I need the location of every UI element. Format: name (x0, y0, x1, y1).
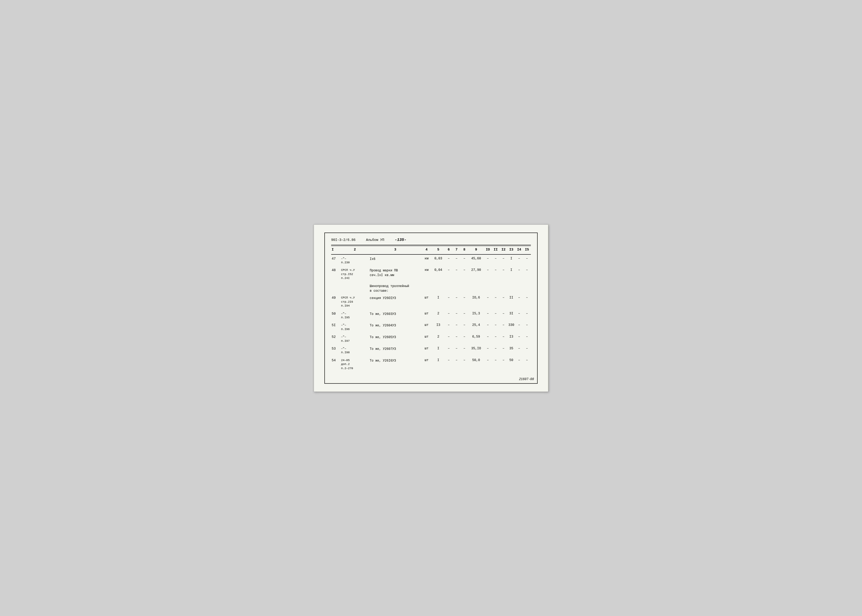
unit-51: шт (422, 323, 432, 327)
col9-51: 25,4 (468, 323, 484, 327)
col15-51: – (523, 323, 531, 327)
col-divider (331, 254, 531, 255)
col9-49: IO,6 (468, 296, 484, 300)
unit-47: км (422, 257, 432, 261)
table-row: 53 –"–п.I98 То же, У2607УЗ шт I – – – 35… (331, 347, 531, 355)
unit-49: шт (422, 296, 432, 300)
col12-52: – (500, 335, 507, 339)
col7-53: – (453, 347, 461, 350)
header-divider-thick (331, 245, 531, 245)
doc-number: 90I–3–2/6.86 (331, 238, 355, 242)
col13-54: 50 (507, 358, 515, 362)
col8-54: – (461, 358, 468, 362)
col10-50: – (484, 312, 492, 316)
desc-51: То же, У2604УЗ (369, 323, 422, 328)
col15-50: – (523, 312, 531, 316)
page: 90I–3–2/6.86 Альбом УП -135- I 2 3 4 5 6… (314, 225, 548, 392)
unit-50: шт (422, 312, 432, 316)
col10-48: – (484, 268, 492, 272)
table-row: 5I –"–п.I96 То же, У2604УЗ шт I3 – – – 2… (331, 323, 531, 332)
unit-48: км (422, 268, 432, 272)
unit-54: шт (422, 358, 432, 362)
col7-51: – (453, 323, 461, 327)
col14-50: – (515, 312, 523, 316)
col8-53: – (461, 347, 468, 350)
col-header-2: 2 (341, 248, 369, 251)
col6-54: – (445, 358, 453, 362)
ref-51: –"–п.I96 (341, 323, 369, 332)
col11-54: – (492, 358, 500, 362)
col14-51: – (515, 323, 523, 327)
desc-49: секция У26ОIУЗ (369, 296, 422, 300)
col8-52: – (461, 335, 468, 339)
col9-47: 45,60 (468, 257, 484, 261)
col14-52: – (515, 335, 523, 339)
row-num-50: 50 (331, 312, 341, 316)
col12-54: – (500, 358, 507, 362)
col-header-3: 3 (369, 248, 422, 251)
col5-48: 0,04 (432, 268, 445, 272)
col7-54: – (453, 358, 461, 362)
ref-49: СРСП ч.Устр.2I6п.I94 (341, 296, 369, 308)
col5-49: I (432, 296, 445, 300)
col7-52: – (453, 335, 461, 339)
ref-48: СРСП ч.Устр.I52п.24I (341, 268, 369, 280)
col6-51: – (445, 323, 453, 327)
col8-51: – (461, 323, 468, 327)
ref-53: –"–п.I98 (341, 347, 369, 355)
col15-52: – (523, 335, 531, 339)
ref-50: –"–п.I95 (341, 312, 369, 320)
outer-border: 90I–3–2/6.86 Альбом УП -135- I 2 3 4 5 6… (324, 233, 538, 384)
col5-53: I (432, 347, 445, 350)
col-header-4: 4 (422, 248, 432, 251)
row-num-48: 48 (331, 268, 341, 272)
col6-47: – (445, 257, 453, 261)
column-headers: I 2 3 4 5 6 7 8 9 IO II I2 I3 I4 I5 (331, 247, 531, 253)
col7-47: – (453, 257, 461, 261)
col9-50: I5,3 (468, 312, 484, 316)
col6-52: – (445, 335, 453, 339)
col13-50: 3I (507, 312, 515, 316)
row-num-53: 53 (331, 347, 341, 350)
col13-51: 330 (507, 323, 515, 327)
col-header-9: 9 (468, 248, 484, 251)
desc-53: То же, У2607УЗ (369, 347, 422, 351)
extra-text-48: Шинопровод троллейныйв составе: (369, 284, 422, 293)
col8-50: – (461, 312, 468, 316)
col9-54: 50,0 (468, 358, 484, 362)
row-num-54: 54 (331, 358, 341, 362)
col14-47: – (515, 257, 523, 261)
col-header-1: I (331, 248, 341, 251)
col13-47: I (507, 257, 515, 261)
col5-52: 2 (432, 335, 445, 339)
col10-51: – (484, 323, 492, 327)
desc-54: То же, У26I6УЗ (369, 358, 422, 363)
col-header-14: I4 (515, 248, 523, 251)
page-number: -135- (395, 238, 406, 242)
row-num-52: 52 (331, 335, 341, 339)
col14-54: – (515, 358, 523, 362)
col6-53: – (445, 347, 453, 350)
col6-48: – (445, 268, 453, 272)
extra-note-48: Шинопровод троллейныйв составе: (331, 284, 531, 293)
col15-54: – (523, 358, 531, 362)
col10-52: – (484, 335, 492, 339)
table-row: 54 24–05доп.2п.2–270 То же, У26I6УЗ шт I… (331, 358, 531, 371)
col9-48: 27,90 (468, 268, 484, 272)
col10-47: – (484, 257, 492, 261)
row-num-47: 47 (331, 257, 341, 261)
col7-48: – (453, 268, 461, 272)
col5-54: I (432, 358, 445, 362)
table-row: 52 –"–п.I97 То же, У2605УЗ шт 2 – – – 6,… (331, 335, 531, 343)
row-num-49: 49 (331, 296, 341, 300)
col11-48: – (492, 268, 500, 272)
col15-49: – (523, 296, 531, 300)
col10-53: – (484, 347, 492, 350)
col13-48: I (507, 268, 515, 272)
desc-48: Провод марки ПВсеч.IxI кв.мм (369, 268, 422, 278)
col14-48: – (515, 268, 523, 272)
col14-53: – (515, 347, 523, 350)
col12-50: – (500, 312, 507, 316)
col-header-11: II (492, 248, 500, 251)
col11-51: – (492, 323, 500, 327)
